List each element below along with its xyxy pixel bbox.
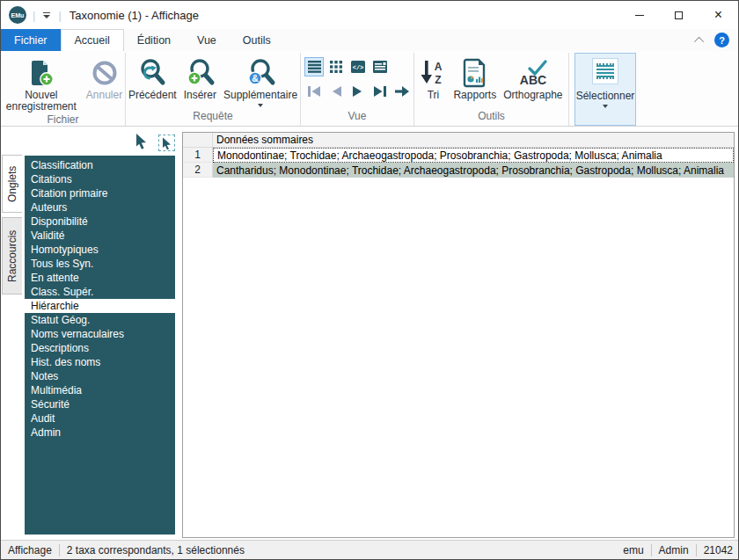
close-button[interactable]: × [699, 1, 738, 29]
sidebar-item-homotypiques[interactable]: Homotypiques [25, 243, 175, 257]
first-record-icon [306, 85, 322, 98]
sidebar-item-statut-geog[interactable]: Statut Géog. [25, 313, 175, 327]
marquee-select-icon[interactable] [158, 135, 175, 151]
ribbon-group-outils: A Z Tri [414, 53, 569, 126]
pointer-icon[interactable] [133, 133, 149, 153]
search-more-icon: & [245, 56, 276, 90]
first-record-button[interactable] [304, 82, 324, 101]
status-bar: Affichage 2 taxa correspondants, 1 sélec… [1, 540, 738, 559]
code-view-button[interactable]: </> [348, 57, 368, 76]
sidebar-item-citation-primaire[interactable]: Citation primaire [25, 186, 175, 200]
sidebar-item-citations[interactable]: Citations [25, 172, 175, 186]
collapse-ribbon-icon[interactable] [694, 36, 704, 46]
cancel-label: Annuler [86, 90, 122, 101]
new-record-icon [26, 56, 56, 90]
cancel-icon [91, 56, 119, 90]
previous-search-button[interactable]: Précédent [125, 55, 180, 102]
quick-access-dropdown-icon[interactable] [41, 12, 52, 18]
sidebar-item-securite[interactable]: Sécurité [25, 397, 175, 411]
grid-view-icon [330, 61, 342, 73]
list-view-button[interactable] [304, 57, 324, 76]
table-row[interactable]: 2 Cantharidus; Monodontinae; Trochidae; … [183, 163, 734, 178]
table-row[interactable]: 1 Monodontinae; Trochidae; Archaeogastro… [183, 148, 734, 163]
app-logo-icon: EMu [9, 6, 26, 24]
group-label-vue: Vue [301, 110, 413, 126]
insert-search-button[interactable]: Insérer [180, 55, 220, 102]
sidebar-item-tous-les-syn[interactable]: Tous les Syn. [25, 257, 175, 271]
row-number-header [183, 133, 213, 148]
list-view-icon [308, 61, 321, 73]
search-insert-icon [184, 56, 216, 90]
select-records-icon [596, 63, 614, 79]
tab-accueil[interactable]: Accueil [61, 29, 124, 51]
select-records-button[interactable]: Sélectionner [574, 53, 636, 126]
sidebar-item-descriptions[interactable]: Descriptions [25, 341, 175, 355]
sort-label: Tri [428, 90, 440, 101]
new-record-button[interactable]: Nouvel enregistrement [0, 55, 83, 113]
column-header-donnees-sommaires[interactable]: Données sommaires [213, 133, 734, 148]
sidebar-item-disponibilite[interactable]: Disponibilité [25, 215, 175, 229]
sidebar-item-validite[interactable]: Validité [25, 229, 175, 243]
insert-search-label: Insérer [184, 90, 216, 101]
tab-fichier[interactable]: Fichier [1, 29, 61, 51]
svg-text:Z: Z [435, 74, 442, 86]
tab-vue[interactable]: Vue [184, 29, 230, 51]
spellcheck-label: Orthographe [503, 90, 562, 101]
sidebar-item-class-super[interactable]: Class. Supér. [25, 285, 175, 299]
minimize-button[interactable] [619, 1, 659, 29]
title-separator: | [58, 9, 61, 22]
search-previous-icon [136, 56, 168, 90]
sidebar-item-notes[interactable]: Notes [25, 369, 175, 383]
tab-outils[interactable]: Outils [230, 29, 284, 51]
group-label-requete: Requête [126, 110, 300, 126]
goto-record-button[interactable] [392, 82, 412, 101]
sidebar-item-auteurs[interactable]: Auteurs [25, 200, 175, 215]
sidebar-item-en-attente[interactable]: En attente [25, 271, 175, 285]
spellcheck-button[interactable]: ABC Orthographe [500, 55, 566, 102]
row-number: 2 [183, 163, 213, 178]
status-separator [651, 544, 652, 556]
ribbon-tab-strip: Fichier Accueil Édition Vue Outils ? [1, 29, 738, 51]
status-separator [59, 544, 60, 556]
reports-button[interactable]: Rapports [450, 55, 500, 102]
last-record-icon [372, 85, 388, 98]
status-session: 21042 [704, 544, 733, 556]
svg-text:ABC: ABC [520, 73, 546, 87]
previous-record-button[interactable] [326, 82, 346, 101]
previous-search-label: Précédent [128, 90, 177, 101]
results-table: Données sommaires 1 Monodontinae; Trochi… [182, 132, 735, 538]
app-window: EMu | | Taxonomie (1) - Affichage × Fich… [0, 0, 739, 560]
title-separator: | [33, 9, 35, 22]
last-record-button[interactable] [370, 82, 390, 101]
supplementary-search-button[interactable]: & Supplémentaire [220, 55, 301, 108]
help-icon[interactable]: ? [714, 33, 729, 47]
row-summary-data[interactable]: Monodontinae; Trochidae; Archaeogastropo… [213, 148, 734, 163]
form-view-button[interactable] [370, 57, 390, 76]
sidebar-item-hist-des-noms[interactable]: Hist. des noms [25, 355, 175, 369]
tab-edition[interactable]: Édition [124, 29, 184, 51]
supplementary-dropdown-icon [258, 104, 263, 107]
sidebar-item-audit[interactable]: Audit [25, 411, 175, 425]
sidebar-tab-onglets[interactable]: Onglets [2, 155, 22, 213]
status-message: 2 taxa correspondants, 1 sélectionnés [67, 544, 245, 556]
window-title: Taxonomie (1) - Affichage [70, 9, 199, 22]
cursor-tools [133, 133, 175, 153]
sidebar-item-noms-vernaculaires[interactable]: Noms vernaculaires [25, 327, 175, 341]
reports-label: Rapports [453, 90, 496, 101]
maximize-button[interactable] [659, 1, 699, 29]
sidebar-tab-list: Classification Citations Citation primai… [25, 156, 175, 535]
grid-view-button[interactable] [326, 57, 346, 76]
sidebar-item-admin[interactable]: Admin [25, 425, 175, 440]
sidebar-item-classification[interactable]: Classification [25, 158, 175, 172]
sort-icon: A Z [420, 56, 446, 90]
sidebar-item-hierarchie[interactable]: Hiérarchie [25, 299, 175, 313]
reports-icon [462, 56, 488, 90]
cancel-button[interactable]: Annuler [83, 55, 126, 102]
sort-button[interactable]: A Z Tri [416, 55, 450, 102]
table-header-row: Données sommaires [183, 133, 734, 148]
sidebar-item-multimedia[interactable]: Multimédia [25, 383, 175, 397]
row-summary-data[interactable]: Cantharidus; Monodontinae; Trochidae; Ar… [213, 163, 734, 178]
next-record-button[interactable] [348, 82, 368, 101]
sidebar-tab-raccourcis[interactable]: Raccourcis [2, 217, 22, 295]
spellcheck-icon: ABC [509, 56, 558, 90]
